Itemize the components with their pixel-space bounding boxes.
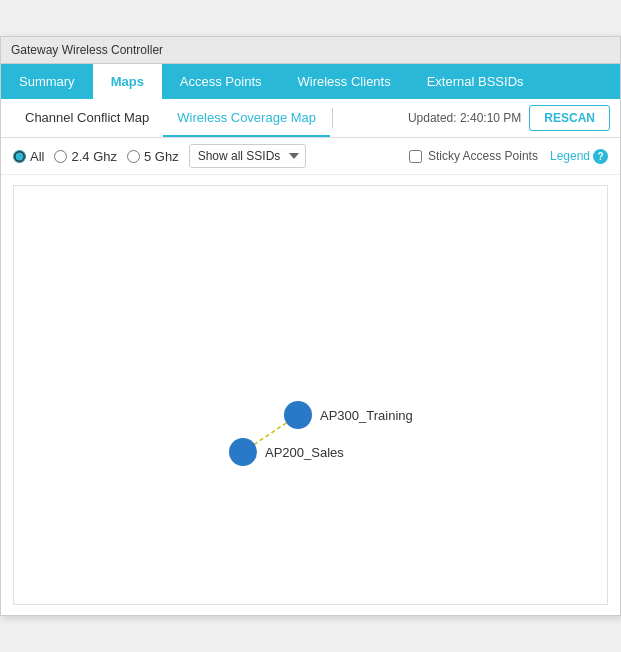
radio-5ghz[interactable]: 5 Ghz <box>127 149 179 164</box>
sub-tab-bar: Channel Conflict MapWireless Coverage Ma… <box>1 99 620 138</box>
sticky-text: Sticky Access Points <box>428 149 538 163</box>
map-area: AP300_TrainingAP200_Sales <box>13 185 608 605</box>
sticky-checkbox[interactable] <box>409 150 422 163</box>
radio-label-5ghz: 5 Ghz <box>144 149 179 164</box>
sticky-label[interactable]: Sticky Access Points <box>409 149 538 163</box>
sub-tab-divider <box>332 108 333 128</box>
radio-2.4ghz[interactable]: 2.4 Ghz <box>54 149 117 164</box>
updated-time: 2:40:10 PM <box>457 111 522 125</box>
ap-label-ap300: AP300_Training <box>320 408 413 423</box>
legend-link[interactable]: Legend ? <box>550 149 608 164</box>
radio-input-5ghz[interactable] <box>127 150 140 163</box>
tab-summary[interactable]: Summary <box>1 64 93 99</box>
tab-bar: SummaryMapsAccess PointsWireless Clients… <box>1 64 620 99</box>
main-window: Gateway Wireless Controller SummaryMapsA… <box>0 36 621 616</box>
tab-wireless-clients[interactable]: Wireless Clients <box>280 64 409 99</box>
radio-label-2.4ghz: 2.4 Ghz <box>71 149 117 164</box>
ap-label-ap200: AP200_Sales <box>265 445 344 460</box>
controls-bar: All2.4 Ghz5 Ghz Show all SSIDsSSID 1SSID… <box>1 138 620 175</box>
tab-access-points[interactable]: Access Points <box>162 64 280 99</box>
tab-external-bssids[interactable]: External BSSIDs <box>409 64 542 99</box>
rescan-button[interactable]: RESCAN <box>529 105 610 131</box>
tab-maps[interactable]: Maps <box>93 64 162 99</box>
ap-node-ap200[interactable]: AP200_Sales <box>229 438 344 466</box>
top-right-controls: Updated: 2:40:10 PM RESCAN <box>408 99 610 137</box>
radio-input-2.4ghz[interactable] <box>54 150 67 163</box>
ap-node-ap300[interactable]: AP300_Training <box>284 401 413 429</box>
filter-controls-left: All2.4 Ghz5 Ghz Show all SSIDsSSID 1SSID… <box>13 144 306 168</box>
radio-label-all: All <box>30 149 44 164</box>
sub-tab-wireless-coverage[interactable]: Wireless Coverage Map <box>163 100 330 137</box>
legend-icon: ? <box>593 149 608 164</box>
sub-tab-channel-conflict[interactable]: Channel Conflict Map <box>11 100 163 137</box>
updated-label: Updated: 2:40:10 PM <box>408 111 521 125</box>
legend-text: Legend <box>550 149 590 163</box>
ap-circle-ap300 <box>284 401 312 429</box>
filter-controls-right: Sticky Access Points Legend ? <box>409 149 608 164</box>
radio-input-all[interactable] <box>13 150 26 163</box>
ap-circle-ap200 <box>229 438 257 466</box>
title-text: Gateway Wireless Controller <box>11 43 163 57</box>
radio-all[interactable]: All <box>13 149 44 164</box>
frequency-radio-group: All2.4 Ghz5 Ghz <box>13 149 179 164</box>
title-bar: Gateway Wireless Controller <box>1 37 620 64</box>
connection-line <box>14 186 607 604</box>
ssid-dropdown[interactable]: Show all SSIDsSSID 1SSID 2 <box>189 144 306 168</box>
